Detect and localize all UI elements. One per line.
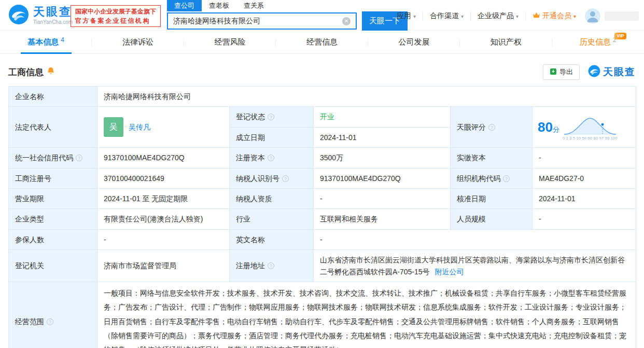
gov-certification-badge: 国家中小企业发展子基金旗下 官方备案企业征信机构: [71, 5, 161, 27]
taxpayer-no-value: 91370100MAE4DG270Q: [314, 168, 451, 188]
nav-enterprise[interactable]: 企业级产品▾: [470, 11, 525, 21]
reg-capital-value: 3500万: [314, 148, 451, 168]
field-label: 工商注册号: [9, 168, 97, 188]
info-icon[interactable]: [268, 262, 274, 269]
table-row: 统一社会信用代码 91370100MAE4DG270Q 注册资本 3500万 实…: [9, 148, 636, 168]
top-header: 天眼查 TianYanCha.com 国家中小企业发展子基金旗下 官方备案企业征…: [0, 0, 644, 30]
info-icon[interactable]: [268, 114, 274, 120]
business-info-header: 工商信息 导出 天眼查: [8, 64, 636, 80]
table-row: 法定代表人 吴 吴传凡 登记状态 开业 天眼评分 80分: [9, 107, 636, 127]
field-label: 核准日期: [451, 188, 533, 208]
tab-basic-info[interactable]: 基本信息4: [0, 31, 92, 53]
score-value: 80: [538, 119, 553, 135]
english-name-value: -: [314, 229, 636, 249]
field-label: 营业期限: [9, 188, 97, 208]
tab-intellectual-property[interactable]: 知识产权: [460, 31, 552, 53]
watermark-logo: 天眼查: [588, 65, 636, 79]
field-label: 企业类型: [9, 209, 97, 229]
field-label: 行业: [230, 209, 314, 229]
taxpayer-quality-value: -: [314, 188, 451, 208]
legal-rep-cell: 吴 吴传凡: [97, 107, 230, 148]
clear-search-icon[interactable]: [342, 17, 351, 25]
field-label: 纳税人识别号: [230, 168, 314, 188]
field-label: 经营范围: [9, 282, 97, 348]
info-icon[interactable]: [282, 175, 289, 182]
field-label: 企业名称: [9, 87, 97, 107]
legal-rep-avatar[interactable]: 吴: [104, 117, 123, 137]
reg-address-value: 山东省济南市长清区崮云湖街道大学科技园片区芙蓉路以南、海棠路以东与济南市长清区创…: [320, 256, 625, 275]
export-button[interactable]: 导出: [543, 64, 580, 80]
company-type-value: 有限责任公司(港澳台法人独资): [97, 209, 230, 229]
watermark-text: 天眼查: [603, 65, 636, 79]
search-box: [167, 12, 357, 30]
approve-date-value: 2024-11-01: [533, 188, 636, 208]
search-tab-company[interactable]: 查公司: [167, 0, 202, 11]
tianyancha-logo[interactable]: 天眼查 TianYanCha.com: [8, 4, 73, 27]
nearby-companies-link[interactable]: 附近公司: [435, 268, 464, 276]
insured-num-value: -: [97, 229, 230, 249]
section-title: 工商信息: [8, 66, 44, 78]
field-label: 纳税人资质: [230, 188, 314, 208]
company-section-tabs: 基本信息4 法律诉讼 经营风险 经营信息 公司发展 知识产权 历史信息2 VIP: [0, 30, 644, 54]
tianyancha-logo-icon: [588, 65, 600, 79]
crown-icon: [533, 12, 540, 20]
reg-no-value: 370100400021649: [97, 168, 230, 188]
reg-address-cell: 山东省济南市长清区崮云湖街道大学科技园片区芙蓉路以南、海棠路以东与济南市长清区创…: [314, 250, 636, 282]
reg-authority-value: 济南市市场监督管理局: [97, 250, 230, 282]
chevron-down-icon: ▾: [516, 13, 519, 19]
field-label: 登记机关: [9, 250, 97, 282]
reg-status-value: 开业: [314, 107, 451, 127]
info-icon[interactable]: [47, 318, 53, 325]
bell-icon[interactable]: [47, 67, 55, 77]
field-label: 组织机构代码: [451, 168, 533, 188]
business-term-value: 2024-11-01 至 无固定期限: [97, 188, 230, 208]
top-right-nav: 应用▾ 合作渠道▾ 企业级产品▾ 开通会员▾: [390, 8, 639, 24]
search-input[interactable]: [173, 17, 342, 25]
chevron-down-icon: ▾: [461, 13, 464, 19]
table-row: 登记机关 济南市市场监督管理局 注册地址 山东省济南市长清区崮云湖街道大学科技园…: [9, 250, 636, 282]
tianyancha-logo-icon: [8, 4, 29, 27]
search-tab-relation[interactable]: 查关系: [236, 0, 271, 11]
staff-size-value: -: [533, 209, 636, 229]
org-code-value: MAE4DG27-0: [533, 168, 636, 188]
info-icon[interactable]: [76, 155, 82, 161]
credit-code-value: 91370100MAE4DG270Q: [97, 148, 230, 168]
company-name-value: 济南哈捷网络科技有限公司: [97, 87, 636, 107]
tab-operation-info[interactable]: 经营信息: [276, 31, 368, 53]
field-label: 法定代表人: [9, 107, 97, 148]
tab-company-development[interactable]: 公司发展: [368, 31, 460, 53]
user-name-redacted[interactable]: [605, 11, 639, 21]
info-icon[interactable]: [503, 175, 510, 182]
score-cell: 80分 0135105060809799100: [533, 107, 636, 148]
score-distribution-chart: 0135105060809799100: [563, 115, 618, 141]
establish-date-value: 2024-11-01: [314, 127, 451, 147]
search-area: 查公司 查老板 查关系 天眼一下: [167, 0, 408, 31]
nav-apps[interactable]: 应用▾: [390, 11, 423, 21]
legal-rep-link[interactable]: 吴传凡: [129, 121, 150, 133]
table-row: 企业类型 有限责任公司(港澳台法人独资) 行业 互联网和相关服务 人员规模 -: [9, 209, 636, 229]
nav-partners[interactable]: 合作渠道▾: [423, 11, 470, 21]
tab-history-info[interactable]: 历史信息2 VIP: [552, 31, 644, 53]
field-label: 统一社会信用代码: [9, 148, 97, 168]
search-tab-boss[interactable]: 查老板: [202, 0, 236, 11]
chevron-down-icon: ▾: [573, 13, 576, 19]
field-label: 天眼评分: [451, 107, 533, 148]
business-scope-value: 一般项目：网络与信息安全软件开发；技术服务、技术开发、技术咨询、技术交流、技术转…: [97, 282, 636, 348]
table-row: 经营范围 一般项目：网络与信息安全软件开发；技术服务、技术开发、技术咨询、技术交…: [9, 282, 636, 348]
field-label: 成立日期: [230, 127, 314, 147]
table-row: 营业期限 2024-11-01 至 无固定期限 纳税人资质 - 核准日期 202…: [9, 188, 636, 208]
nav-open-vip[interactable]: 开通会员▾: [525, 11, 583, 21]
info-icon[interactable]: [488, 124, 495, 131]
table-row: 工商注册号 370100400021649 纳税人识别号 91370100MAE…: [9, 168, 636, 188]
score-axis-labels: 0135105060809799100: [563, 136, 618, 141]
field-label: 实缴资本: [451, 148, 533, 168]
field-label: 人员规模: [451, 209, 533, 229]
field-label: 参保人数: [9, 229, 97, 249]
table-row: 参保人数 - 英文名称 -: [9, 229, 636, 249]
field-label: 注册资本: [230, 148, 314, 168]
tab-operation-risk[interactable]: 经营风险: [184, 31, 276, 53]
tab-legal-proceedings[interactable]: 法律诉讼: [92, 31, 184, 53]
user-avatar[interactable]: [585, 8, 600, 24]
info-icon[interactable]: [268, 155, 274, 161]
field-label: 登记状态: [230, 107, 314, 127]
